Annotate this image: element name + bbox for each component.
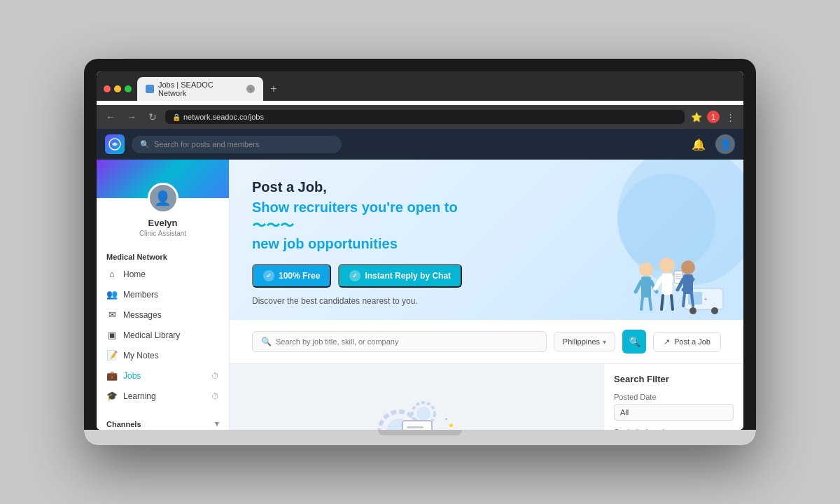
main-content: Post a Job, Show recruiters you're open … [230,160,743,430]
svg-point-12 [659,258,675,273]
close-dot[interactable] [104,85,111,92]
svg-rect-7 [641,276,651,298]
hero-illustration: + [580,229,727,320]
svg-line-26 [683,294,685,306]
medical-figures-svg: + [580,229,727,320]
sidebar-item-members-label: Members [123,290,158,300]
svg-rect-13 [662,273,673,295]
forward-button[interactable]: → [123,108,140,125]
sidebar-item-library-label: Medical Library [123,330,180,340]
sidebar-item-members[interactable]: 👥 Members [97,284,229,304]
search-button-icon: 🔍 [629,336,640,347]
sidebar-item-my-notes[interactable]: 📝 My Notes [97,345,229,365]
svg-line-27 [692,294,693,306]
traffic-lights [104,85,132,92]
search-jobs-button[interactable]: 🔍 [622,330,646,354]
app-body: 👤 Evelyn Clinic Assistant Medical Networ… [97,160,743,430]
extensions-button[interactable]: ⭐ [689,109,704,125]
svg-text:★: ★ [448,421,454,429]
active-tab[interactable]: Jobs | SEADOC Network × [137,77,263,101]
profile-avatar[interactable]: 👤 [148,183,178,214]
job-search-input[interactable] [276,337,538,346]
svg-point-31 [416,407,430,421]
job-search-illustration: ★ ★ ✦ [371,389,462,430]
minimize-dot[interactable] [114,85,121,92]
svg-line-14 [655,278,662,288]
check-icon-instant: ✓ [349,270,360,281]
job-search-input-wrap[interactable]: 🔍 [252,331,547,352]
post-job-button[interactable]: ↗ Post a Job [653,332,721,352]
tab-bar: Jobs | SEADOC Network × + [137,77,736,101]
library-icon: ▣ [106,330,118,340]
sidebar-item-messages[interactable]: ✉ Messages [97,304,229,325]
laptop-base [84,430,756,445]
messages-icon: ✉ [106,309,118,320]
svg-rect-32 [402,421,432,430]
topnav-search-bar[interactable]: 🔍 [132,136,342,153]
job-illustration: ★ ★ ✦ [241,375,592,430]
learning-badge: ⏱ [211,392,219,400]
svg-line-10 [641,298,643,309]
home-icon: ⌂ [106,269,118,279]
free-badge-button[interactable]: ✓ 100% Free [252,264,331,288]
filter-title: Search Filter [614,374,734,384]
search-icon: 🔍 [140,140,150,149]
profile-button[interactable]: 1 [707,111,720,123]
svg-point-22 [681,260,695,274]
back-button[interactable]: ← [102,108,119,125]
search-magnifier-icon: 🔍 [261,337,272,346]
filter-sidebar: Search Filter Posted Date All Seniority … [603,364,743,430]
menu-button[interactable]: ⋮ [722,109,738,125]
svg-line-8 [636,281,641,292]
refresh-button[interactable]: ↻ [144,108,161,125]
svg-text:✦: ✦ [444,417,448,421]
posted-date-select[interactable]: All [614,404,734,421]
svg-line-11 [650,298,651,309]
sidebar-item-home-label: Home [123,270,146,279]
hero-banner: Post a Job, Show recruiters you're open … [230,160,743,320]
sidebar-item-learning[interactable]: 🎓 Learning ⏱ [97,386,229,406]
svg-line-16 [662,295,663,309]
browser-nav-bar: ← → ↻ 🔒 network.seadoc.co/jobs ⭐ 1 ⋮ [97,105,743,129]
svg-point-3 [690,307,696,314]
hero-subtitle: Show recruiters you're open to 〜〜〜 new j… [252,198,476,253]
channels-section-header[interactable]: Channels ▾ [97,414,229,430]
sidebar-item-home[interactable]: ⌂ Home [97,264,229,284]
sidebar-item-medical-library[interactable]: ▣ Medical Library [97,325,229,345]
jobs-list-area: ★ ★ ✦ [230,364,603,430]
topnav-right-actions: 🔔 👤 [689,134,735,154]
notes-icon: 📝 [106,350,118,360]
location-select[interactable]: Philippines ▾ [554,332,615,351]
svg-point-6 [639,262,653,276]
profile-banner: 👤 [97,160,229,198]
svg-text:+: + [704,296,708,302]
user-avatar[interactable]: 👤 [715,134,735,154]
medical-network-label: Medical Network [97,246,229,264]
instant-reply-badge-button[interactable]: ✓ Instant Reply by Chat [338,264,462,288]
learning-icon: 🎓 [106,391,118,401]
notifications-icon[interactable]: 🔔 [689,134,708,154]
sidebar-item-jobs-label: Jobs [123,371,141,381]
sidebar-item-jobs[interactable]: 💼 Jobs ⏱ [97,365,229,386]
jobs-badge: ⏱ [211,372,219,380]
location-text: Philippines [563,337,600,346]
profile-role: Clinic Assistant [139,230,186,237]
tab-close-button[interactable]: × [246,85,255,93]
hero-subtitle-line2: new job opportunities [252,236,398,251]
browser-action-buttons: ⭐ 1 ⋮ [689,109,738,125]
maximize-dot[interactable] [125,85,132,92]
tab-title: Jobs | SEADOC Network [158,80,242,97]
sidebar-item-learning-label: Learning [123,391,156,401]
profile-section: 👤 Evelyn Clinic Assistant [97,160,229,246]
address-bar[interactable]: 🔒 network.seadoc.co/jobs [165,110,685,124]
search-input[interactable] [154,140,333,148]
tab-favicon [146,85,154,93]
profile-name: Evelyn [148,218,178,228]
sidebar-item-messages-label: Messages [123,310,162,320]
app-topnav: 🔍 🔔 👤 [97,129,743,160]
hero-subtitle-line1: Show recruiters you're open to [252,200,458,215]
new-tab-button[interactable]: + [266,81,281,97]
location-chevron-icon: ▾ [603,338,606,346]
svg-point-4 [711,307,718,314]
search-bar-section: 🔍 Philippines ▾ 🔍 ↗ Post a Job [230,320,743,364]
